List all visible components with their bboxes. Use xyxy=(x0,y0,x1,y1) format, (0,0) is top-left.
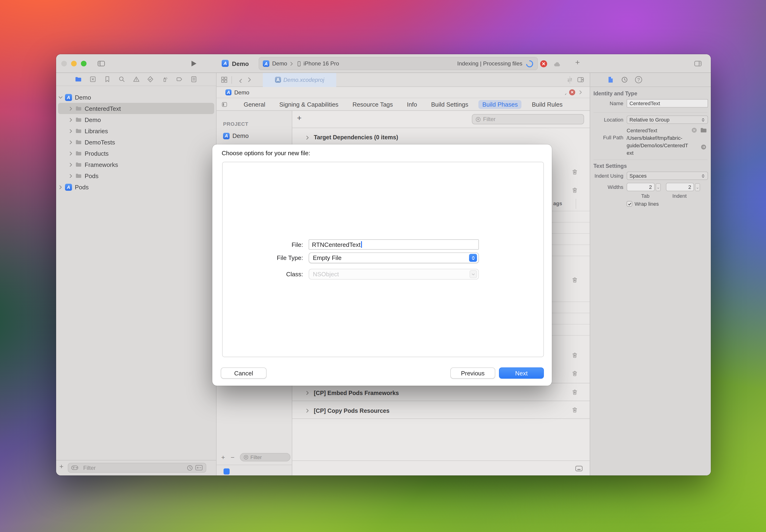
add-build-phase-button[interactable]: + xyxy=(297,114,301,123)
report-navigator-icon[interactable] xyxy=(190,76,197,83)
breakpoint-navigator-icon[interactable] xyxy=(176,76,183,83)
toggle-navigator-icon[interactable] xyxy=(97,60,105,67)
sidebar-item-demotests[interactable]: DemoTests xyxy=(58,137,214,148)
stepper-down-icon[interactable] xyxy=(696,187,699,189)
delete-phase-icon[interactable] xyxy=(572,370,578,377)
disclosure-icon[interactable] xyxy=(58,184,63,190)
tab-resource-tags[interactable]: Resource Tags xyxy=(348,100,397,109)
close-button[interactable] xyxy=(61,61,67,66)
quick-help-inspector-icon[interactable]: ? xyxy=(635,76,642,83)
delete-phase-icon[interactable] xyxy=(572,277,578,283)
history-inspector-icon[interactable] xyxy=(621,76,628,83)
issue-navigator-icon[interactable] xyxy=(133,76,140,83)
issue-badge[interactable]: ✕ xyxy=(569,89,575,95)
previous-button[interactable]: Previous xyxy=(450,367,495,379)
tab-width-stepper[interactable] xyxy=(656,183,661,191)
add-file-button[interactable]: + xyxy=(59,462,64,470)
run-button[interactable] xyxy=(191,60,197,67)
tab-width-field[interactable]: 2 xyxy=(627,183,655,191)
minimize-button[interactable] xyxy=(71,61,77,66)
stepper-up-icon[interactable] xyxy=(657,185,660,187)
cancel-button[interactable]: Cancel xyxy=(221,367,266,379)
indent-width-field[interactable]: 2 xyxy=(666,183,694,191)
phase-target-dependencies[interactable]: Target Dependencies (0 items) xyxy=(305,130,398,144)
choose-folder-icon[interactable] xyxy=(700,127,707,134)
scheme-name[interactable]: Demo xyxy=(272,60,287,67)
phases-filter-field[interactable]: Filter xyxy=(472,114,584,124)
name-field[interactable]: CenteredText xyxy=(627,99,708,108)
sidebar-item-demo-project[interactable]: A Demo xyxy=(58,92,214,103)
zoom-button[interactable] xyxy=(81,61,86,66)
project-list-item-demo[interactable]: A Demo xyxy=(223,132,248,139)
sidebar-item-pods-project[interactable]: A Pods xyxy=(58,181,214,193)
split-editor-icon[interactable] xyxy=(577,76,585,83)
disclosure-icon[interactable] xyxy=(68,106,73,111)
sidebar-item-demo-folder[interactable]: Demo xyxy=(58,114,214,125)
file-name-input[interactable]: RTNCenteredText xyxy=(309,239,479,250)
disclosure-icon[interactable] xyxy=(68,117,73,122)
sidebar-item-libraries[interactable]: Libraries xyxy=(58,125,214,137)
jump-bar-item[interactable]: Demo xyxy=(234,89,249,96)
indent-width-stepper[interactable] xyxy=(695,183,700,191)
forward-icon[interactable] xyxy=(246,77,252,83)
project-list-filter[interactable]: Filter xyxy=(240,453,291,461)
sidebar-item-pods-folder[interactable]: Pods xyxy=(58,170,214,181)
disclosure-icon[interactable] xyxy=(68,151,73,156)
sidebar-item-products[interactable]: Products xyxy=(58,148,214,159)
remove-target-button[interactable]: − xyxy=(230,453,234,461)
file-inspector-icon[interactable] xyxy=(607,76,614,83)
stepper-up-icon[interactable] xyxy=(696,185,699,187)
phase-copy-pods[interactable]: [CP] Copy Pods Resources xyxy=(305,403,390,418)
reveal-path-icon[interactable] xyxy=(701,144,707,150)
delete-phase-icon[interactable] xyxy=(572,352,578,359)
next-issue-icon[interactable] xyxy=(578,90,583,95)
tab-signing-capabilities[interactable]: Signing & Capabilities xyxy=(275,100,342,109)
run-destination[interactable]: iPhone 16 Pro xyxy=(303,60,339,67)
disclosure-icon[interactable] xyxy=(305,390,310,395)
toggle-project-list-icon[interactable] xyxy=(221,101,228,108)
disclosure-icon[interactable] xyxy=(305,135,310,140)
debug-navigator-icon[interactable] xyxy=(162,76,169,83)
related-items-icon[interactable] xyxy=(221,76,228,83)
tab-build-settings[interactable]: Build Settings xyxy=(428,100,472,109)
filter-scope-icon[interactable] xyxy=(195,464,203,471)
delete-phase-icon[interactable] xyxy=(572,169,578,175)
disclosure-icon[interactable] xyxy=(58,95,63,100)
delete-phase-icon[interactable] xyxy=(572,389,578,395)
disclosure-icon[interactable] xyxy=(68,128,73,133)
disclosure-icon[interactable] xyxy=(305,408,310,413)
disclosure-icon[interactable] xyxy=(68,173,73,178)
recent-files-icon[interactable] xyxy=(187,464,193,471)
delete-phase-icon[interactable] xyxy=(572,187,578,194)
sidebar-item-frameworks[interactable]: Frameworks xyxy=(58,159,214,170)
tab-info[interactable]: Info xyxy=(403,100,421,109)
find-navigator-icon[interactable] xyxy=(118,76,125,83)
previous-issue-icon[interactable] xyxy=(561,90,566,95)
delete-phase-icon[interactable] xyxy=(572,407,578,413)
tab-general[interactable]: General xyxy=(240,100,269,109)
disclosure-icon[interactable] xyxy=(68,140,73,145)
tab-build-rules[interactable]: Build Rules xyxy=(528,100,567,109)
file-type-popup[interactable]: Empty File xyxy=(309,252,479,263)
bookmarks-navigator-icon[interactable] xyxy=(104,76,111,83)
class-combobox[interactable]: NSObject xyxy=(309,269,479,280)
next-button[interactable]: Next xyxy=(499,367,544,379)
add-target-button[interactable]: + xyxy=(221,453,225,461)
wrap-lines-checkbox[interactable] xyxy=(627,201,632,207)
source-control-icon[interactable] xyxy=(89,76,96,83)
activity-status[interactable]: Indexing | Processing files xyxy=(457,60,522,67)
tab-build-phases[interactable]: Build Phases xyxy=(479,100,522,109)
project-navigator-icon[interactable] xyxy=(75,76,82,83)
back-icon[interactable] xyxy=(236,77,242,83)
cloud-icon[interactable] xyxy=(553,61,562,67)
phase-embed-pods[interactable]: [CP] Embed Pods Frameworks xyxy=(305,386,399,400)
toggle-inspector-icon[interactable] xyxy=(694,60,702,67)
disclosure-icon[interactable] xyxy=(68,162,73,167)
editor-options-icon[interactable] xyxy=(575,465,583,472)
indent-using-popup[interactable]: Spaces xyxy=(627,172,708,180)
add-button[interactable]: + xyxy=(575,58,580,67)
navigator-filter-field[interactable]: Filter xyxy=(68,463,206,473)
clear-location-icon[interactable] xyxy=(691,127,697,133)
sidebar-item-centeredtext[interactable]: CenteredText xyxy=(58,103,214,114)
document-tab[interactable]: A Demo.xcodeproj xyxy=(263,73,336,87)
